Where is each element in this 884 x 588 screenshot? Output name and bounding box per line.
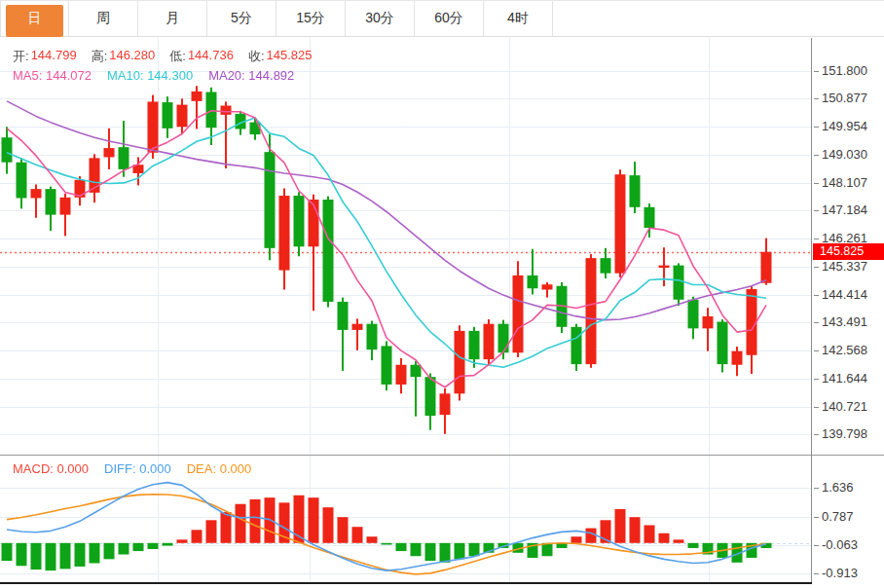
legend-value: 0.000 xyxy=(216,461,251,476)
price-axis-label: 144.414 xyxy=(822,287,882,303)
timeframe-tabbar: 日周月5分15分30分60分4时 xyxy=(0,1,884,37)
tab-timeframe-3[interactable]: 月 xyxy=(138,1,207,36)
macd-item: MACD: 0.000 xyxy=(13,461,89,478)
legend-label: 低: xyxy=(169,48,186,64)
price-axis-label: 145.337 xyxy=(822,259,882,275)
legend-label: 开: xyxy=(13,48,29,64)
tab-label: 4时 xyxy=(507,10,529,27)
tab-label: 月 xyxy=(166,10,179,27)
price-axis-label: 147.184 xyxy=(822,202,882,218)
tab-timeframe-4[interactable]: 5分 xyxy=(207,1,276,36)
legend-value: 0.000 xyxy=(54,461,89,476)
price-axis-label: 141.644 xyxy=(822,371,882,386)
ma-item: MA10: 144.300 xyxy=(107,68,193,85)
price-axis-label: 149.954 xyxy=(822,119,882,134)
legend-label: MA5: xyxy=(13,68,42,83)
main-chart-section: 开: 144.799高: 146.280低: 144.736收: 145.825… xyxy=(0,38,884,455)
ohlc-info-bar: 开: 144.799高: 146.280低: 144.736收: 145.825 xyxy=(13,48,313,64)
axis-border-line xyxy=(811,38,812,582)
macd-item: DIFF: 0.000 xyxy=(104,461,171,478)
macd-axis-label: -0.063 xyxy=(822,537,882,553)
ma-legend-bar: MA5: 144.072MA10: 144.300MA20: 144.892 xyxy=(13,68,294,85)
tab-timeframe-6[interactable]: 30分 xyxy=(346,1,415,36)
price-axis-label: 139.798 xyxy=(822,426,882,442)
tab-timeframe-8[interactable]: 4时 xyxy=(484,1,553,36)
bottom-border-line xyxy=(0,582,812,584)
macd-item: DEA: 0.000 xyxy=(187,461,252,478)
legend-value: 145.825 xyxy=(267,48,313,64)
macd-axis-label: 0.787 xyxy=(822,509,882,525)
price-axis-label: 148.107 xyxy=(822,175,882,191)
macd-axis-label: -0.913 xyxy=(822,566,882,581)
candlestick-chart-canvas[interactable] xyxy=(0,38,811,455)
tab-label: 30分 xyxy=(365,10,394,27)
price-axis-label: 140.721 xyxy=(822,399,882,415)
ma-item: MA20: 144.892 xyxy=(208,68,294,85)
ohlc-item: 收: 145.825 xyxy=(248,48,313,64)
price-axis-label: 151.800 xyxy=(822,63,882,79)
legend-value: 144.072 xyxy=(42,68,92,83)
macd-axis-label: 1.636 xyxy=(822,480,882,496)
legend-label: DEA: xyxy=(187,461,216,476)
macd-section: MACD: 0.000DIFF: 0.000DEA: 0.000 1.6360.… xyxy=(0,456,884,582)
tab-timeframe-7[interactable]: 60分 xyxy=(415,1,484,36)
price-axis-label: 149.030 xyxy=(822,147,882,163)
legend-label: MACD: xyxy=(13,461,54,476)
legend-label: MA20: xyxy=(208,68,245,83)
tab-label: 日 xyxy=(28,10,42,27)
ma-item: MA5: 144.072 xyxy=(13,68,92,85)
tab-timeframe-1[interactable]: 日 xyxy=(0,1,69,36)
price-axis-label: 143.491 xyxy=(822,314,882,330)
legend-value: 0.000 xyxy=(136,461,171,476)
tab-label: 60分 xyxy=(434,10,463,27)
legend-value: 144.892 xyxy=(245,68,295,83)
tab-label: 5分 xyxy=(231,10,252,27)
legend-value: 146.280 xyxy=(109,48,155,64)
price-axis-label: 142.568 xyxy=(822,343,882,358)
tab-label: 15分 xyxy=(296,10,325,27)
macd-legend-bar: MACD: 0.000DIFF: 0.000DEA: 0.000 xyxy=(13,461,251,478)
legend-label: DIFF: xyxy=(104,461,136,476)
stock-chart-app: 日周月5分15分30分60分4时 开: 144.799高: 146.280低: … xyxy=(0,0,884,588)
legend-label: MA10: xyxy=(107,68,144,83)
tab-label: 周 xyxy=(96,10,110,27)
tab-timeframe-5[interactable]: 15分 xyxy=(276,1,346,36)
ohlc-item: 低: 144.736 xyxy=(169,48,234,64)
legend-value: 144.736 xyxy=(188,48,234,64)
tab-timeframe-2[interactable]: 周 xyxy=(69,1,138,36)
ohlc-item: 高: 146.280 xyxy=(92,48,156,64)
legend-label: 收: xyxy=(248,48,265,64)
legend-value: 144.799 xyxy=(31,48,77,64)
last-price-badge: 145.825 xyxy=(813,243,884,260)
legend-label: 高: xyxy=(92,48,108,64)
legend-value: 144.300 xyxy=(144,68,194,83)
ohlc-item: 开: 144.799 xyxy=(13,48,77,64)
price-axis-label: 150.877 xyxy=(822,91,882,106)
